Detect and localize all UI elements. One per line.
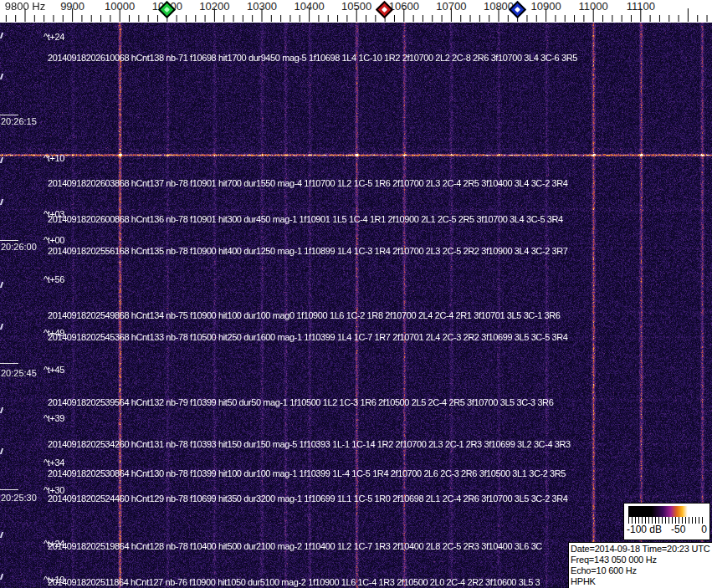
db-scale-labels: -100 dB -50 0 [624,524,709,536]
detection-log-line: 20140918202556168 hCnt135 nb-78 f10900 h… [48,246,568,256]
freq-tick-label: 10900 [531,0,561,13]
detection-log-line: 20140918202530864 hCnt130 nb-78 f10399 h… [48,468,566,478]
blue-diamond-marker-center [515,7,520,13]
meteor-echo-spectrogram-window: 9800 Hz990010000101001020010300104001050… [0,0,712,588]
detection-log-line: 20140918202511864 hCnt127 nb-76 f10900 h… [48,577,540,587]
detection-log-line: 20140918202534260 hCnt131 nb-78 f10393 h… [48,439,571,449]
db-gradient-bar [628,506,705,517]
freq-tick-label: 9800 Hz [5,0,45,13]
detection-log-line: 20140918202545368 hCnt133 nb-78 f10500 h… [48,332,568,342]
db-color-scale: -100 dB -50 0 [623,503,710,540]
time-tick-line [0,240,18,241]
event-time-offset-label: ^t+00 [44,235,64,245]
freq-tick-label: 10500 [341,0,371,13]
green-diamond-marker-center [164,7,170,13]
db-min-label: -100 dB [627,524,662,535]
event-time-offset-label: ^t+56 [44,274,64,284]
freq-tick-label: 10000 [105,0,135,13]
status-info-box: Date=2014-09-18 Time=20:23 UTC Freq=143 … [568,542,712,588]
freq-tick-label: 10300 [247,0,277,13]
time-axis-label: 20:26:15 [1,116,37,126]
event-time-offset-label: ^t+45 [44,365,64,375]
event-time-offset-label: ^t+34 [44,458,64,468]
db-mid-label: -50 [671,524,685,535]
freq-tick-label: 10700 [436,0,466,13]
event-time-offset-label: ^t+39 [44,413,64,423]
db-max-label: 0 [701,524,707,535]
event-time-offset-label: ^t+10 [44,153,64,163]
event-time-offset-label: ^t+24 [44,32,64,42]
time-axis-label: 20:26:00 [1,242,37,252]
detection-log-line: 20140918202603868 hCnt137 nb-78 f10901 h… [48,178,568,188]
detection-log-line: 20140918202524460 hCnt129 nb-78 f10699 h… [48,493,568,504]
freq-tick-label: 11000 [579,0,608,13]
time-axis-label: 20:25:30 [1,493,37,503]
time-axis-label: 20:25:45 [1,368,37,378]
time-tick-line [0,489,18,490]
time-tick-line [0,363,18,364]
detection-log-line: 20140918202519864 hCnt128 nb-78 f10400 h… [48,541,542,551]
detection-log-line: 20140918202600868 hCnt136 nb-78 f10901 h… [48,214,563,224]
detection-log-line: 20140918202549868 hCnt134 nb-75 f10900 h… [48,310,561,320]
freq-tick-label: 11100 [627,0,655,13]
frequency-ruler: 9800 Hz990010000101001020010300104001050… [0,0,712,23]
time-tick-line [0,115,18,115]
freq-tick-label: 10200 [199,0,229,13]
info-echo-frequency: Echo=10 600 Hz [571,565,712,576]
info-date-time: Date=2014-09-18 Time=20:23 UTC [571,544,712,555]
freq-tick-label: 10600 [389,0,419,13]
detection-log-line: 20140918202610068 hCnt138 nb-71 f10698 h… [48,53,577,63]
detection-log-line: 20140918202539564 hCnt132 nb-79 f10399 h… [48,397,553,407]
freq-tick-label: 10400 [295,0,325,13]
info-frequency: Freq=143 050 000 Hz [571,555,712,565]
info-station-id: HPHK [571,576,712,587]
db-scale-ticks [628,517,705,524]
freq-tick-label: 9900 [60,0,85,13]
red-diamond-marker-center [382,7,387,13]
